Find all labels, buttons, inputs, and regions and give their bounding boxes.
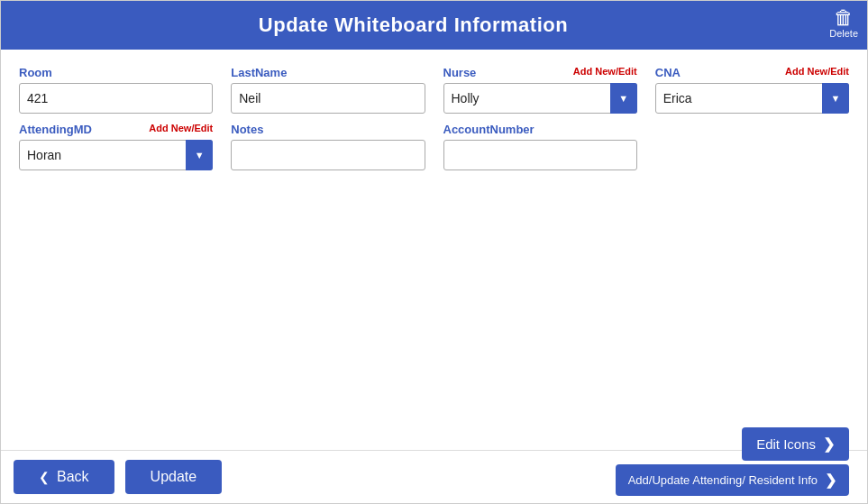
lastname-label: LastName bbox=[231, 66, 425, 79]
nurse-select[interactable]: Holly Other bbox=[443, 83, 637, 114]
main-container: Update Whiteboard Information 🗑 Delete R… bbox=[0, 0, 868, 504]
nurse-label: Nurse Add New/Edit bbox=[443, 66, 637, 79]
nurse-select-wrapper: Holly Other bbox=[443, 83, 637, 114]
cna-add-new-edit[interactable]: Add New/Edit bbox=[785, 66, 849, 77]
edit-icons-label: Edit Icons bbox=[756, 436, 816, 452]
attending-md-label: AttendingMD Add New/Edit bbox=[19, 123, 213, 136]
add-update-label: Add/Update Attending/ Resident Info bbox=[628, 473, 818, 487]
nurse-field-group: Nurse Add New/Edit Holly Other bbox=[443, 66, 637, 114]
edit-icons-chevron-icon: ❯ bbox=[823, 435, 835, 453]
form-row-1: Room LastName Nurse Add New/Edit Holly O… bbox=[19, 66, 849, 114]
page-title: Update Whiteboard Information bbox=[259, 14, 568, 36]
attending-md-select-wrapper: Horan Other bbox=[19, 140, 213, 170]
room-label: Room bbox=[19, 66, 213, 79]
edit-icons-button[interactable]: Edit Icons ❯ bbox=[742, 427, 849, 461]
empty-cell bbox=[655, 123, 849, 170]
back-button[interactable]: Back bbox=[14, 460, 114, 494]
cna-label: CNA Add New/Edit bbox=[655, 66, 849, 79]
update-button[interactable]: Update bbox=[125, 460, 223, 494]
lastname-field-group: LastName bbox=[231, 66, 425, 114]
add-update-attending-button[interactable]: Add/Update Attending/ Resident Info ❯ bbox=[616, 464, 849, 496]
account-number-label: AccountNumber bbox=[443, 123, 637, 136]
header: Update Whiteboard Information 🗑 Delete bbox=[1, 1, 867, 50]
notes-input[interactable] bbox=[231, 140, 425, 170]
notes-field-group: Notes bbox=[231, 123, 425, 170]
footer: Back Update Edit Icons ❯ Add/Update Atte… bbox=[1, 450, 867, 503]
nurse-add-new-edit[interactable]: Add New/Edit bbox=[573, 66, 637, 77]
account-number-input[interactable] bbox=[443, 140, 637, 170]
notes-label: Notes bbox=[231, 123, 425, 136]
delete-button[interactable]: 🗑 Delete bbox=[829, 8, 858, 39]
update-label: Update bbox=[151, 469, 197, 484]
lastname-input[interactable] bbox=[231, 83, 425, 114]
cna-select-wrapper: Erica Other bbox=[655, 83, 849, 114]
footer-left-buttons: Back Update bbox=[14, 460, 222, 494]
account-number-field-group: AccountNumber bbox=[443, 123, 637, 170]
cna-select[interactable]: Erica Other bbox=[655, 83, 849, 114]
delete-label: Delete bbox=[829, 28, 858, 39]
attending-md-select[interactable]: Horan Other bbox=[19, 140, 213, 170]
back-label: Back bbox=[57, 469, 89, 485]
form-row-2: AttendingMD Add New/Edit Horan Other Not… bbox=[19, 123, 849, 170]
attending-md-field-group: AttendingMD Add New/Edit Horan Other bbox=[19, 123, 213, 170]
room-input[interactable] bbox=[19, 83, 213, 114]
attending-md-add-new-edit[interactable]: Add New/Edit bbox=[149, 123, 213, 133]
content-area: Room LastName Nurse Add New/Edit Holly O… bbox=[1, 50, 867, 450]
room-field-group: Room bbox=[19, 66, 213, 114]
cna-field-group: CNA Add New/Edit Erica Other bbox=[655, 66, 849, 114]
delete-icon: 🗑 bbox=[834, 8, 854, 28]
add-update-chevron-icon: ❯ bbox=[825, 472, 836, 489]
footer-right-buttons: Edit Icons ❯ Add/Update Attending/ Resid… bbox=[616, 427, 849, 496]
